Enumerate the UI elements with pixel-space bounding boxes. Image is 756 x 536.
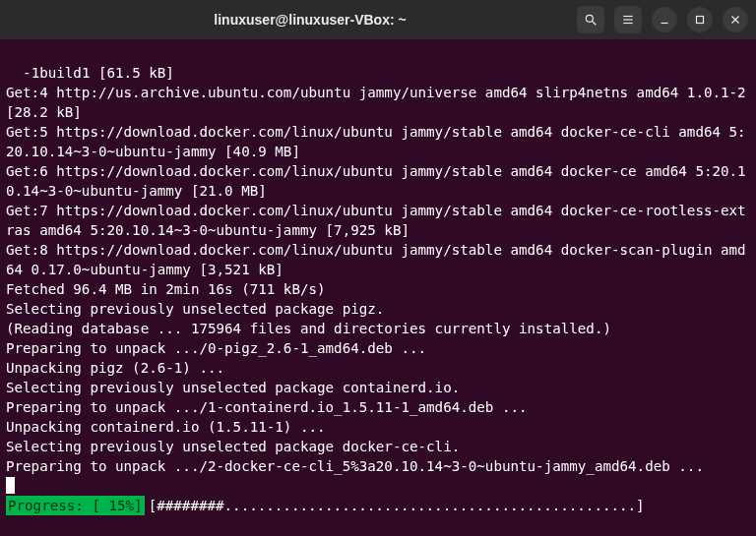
terminal-viewport[interactable]: -1build1 [61.5 kB] Get:4 http://us.archi… <box>0 39 756 536</box>
svg-line-1 <box>593 22 597 26</box>
progress-line: Progress: [ 15%][########...............… <box>6 496 750 515</box>
titlebar-controls <box>577 6 748 33</box>
window-title: linuxuser@linuxuser-VBox: ~ <box>51 12 569 28</box>
search-button[interactable] <box>577 6 604 33</box>
svg-point-0 <box>586 15 593 22</box>
terminal-cursor <box>6 477 15 494</box>
close-icon <box>728 13 742 27</box>
hamburger-icon <box>621 13 635 27</box>
minimize-icon <box>658 13 671 27</box>
window-titlebar: linuxuser@linuxuser-VBox: ~ <box>0 0 756 39</box>
terminal-output: -1build1 [61.5 kB] Get:4 http://us.archi… <box>6 65 754 474</box>
progress-bar: [########...............................… <box>145 496 750 515</box>
maximize-icon <box>693 13 707 27</box>
close-button[interactable] <box>723 7 748 32</box>
maximize-button[interactable] <box>687 7 713 32</box>
search-icon <box>584 13 598 27</box>
menu-button[interactable] <box>614 6 642 33</box>
progress-label: Progress: [ 15%] <box>6 496 145 515</box>
svg-rect-6 <box>697 17 704 24</box>
minimize-button[interactable] <box>652 7 677 32</box>
